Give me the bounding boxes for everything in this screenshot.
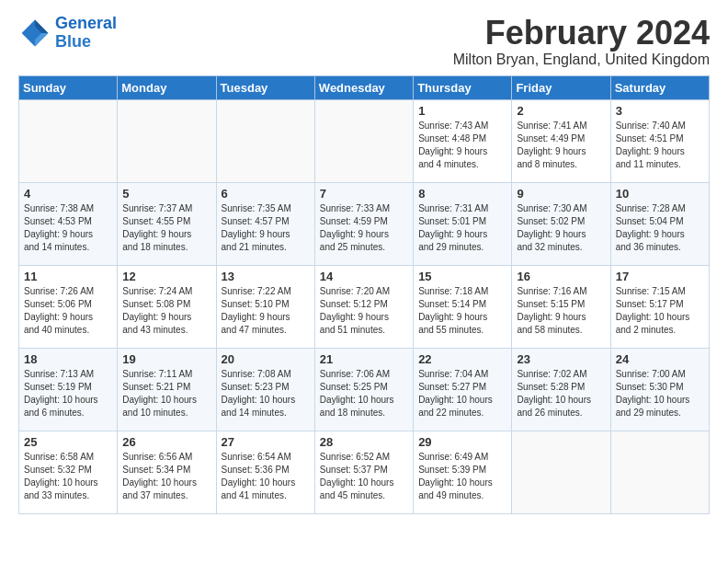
day-info: Sunrise: 7:04 AM Sunset: 5:27 PM Dayligh… bbox=[418, 368, 506, 419]
day-number: 29 bbox=[418, 435, 506, 449]
day-info: Sunrise: 6:54 AM Sunset: 5:36 PM Dayligh… bbox=[222, 451, 310, 502]
day-number: 3 bbox=[616, 104, 704, 118]
day-info: Sunrise: 7:40 AM Sunset: 4:51 PM Dayligh… bbox=[616, 120, 704, 171]
day-cell: 17Sunrise: 7:15 AM Sunset: 5:17 PM Dayli… bbox=[610, 265, 709, 348]
day-info: Sunrise: 7:20 AM Sunset: 5:12 PM Dayligh… bbox=[320, 285, 408, 337]
day-info: Sunrise: 7:33 AM Sunset: 4:59 PM Dayligh… bbox=[320, 202, 408, 254]
day-info: Sunrise: 7:02 AM Sunset: 5:28 PM Dayligh… bbox=[517, 368, 605, 419]
day-cell: 18Sunrise: 7:13 AM Sunset: 5:19 PM Dayli… bbox=[19, 348, 118, 431]
header-row: SundayMondayTuesdayWednesdayThursdayFrid… bbox=[19, 75, 710, 99]
header-cell-saturday: Saturday bbox=[610, 75, 709, 99]
day-cell: 23Sunrise: 7:02 AM Sunset: 5:28 PM Dayli… bbox=[512, 348, 610, 431]
month-title: February 2024 bbox=[453, 15, 710, 52]
day-number: 19 bbox=[122, 352, 210, 366]
day-info: Sunrise: 7:15 AM Sunset: 5:17 PM Dayligh… bbox=[616, 285, 704, 337]
calendar-header: SundayMondayTuesdayWednesdayThursdayFrid… bbox=[19, 75, 710, 99]
day-number: 24 bbox=[616, 352, 704, 366]
location-subtitle: Milton Bryan, England, United Kingdom bbox=[453, 52, 710, 68]
day-info: Sunrise: 7:08 AM Sunset: 5:23 PM Dayligh… bbox=[222, 368, 310, 419]
day-cell: 5Sunrise: 7:37 AM Sunset: 4:55 PM Daylig… bbox=[118, 182, 216, 265]
day-info: Sunrise: 7:38 AM Sunset: 4:53 PM Dayligh… bbox=[24, 202, 112, 254]
day-info: Sunrise: 7:24 AM Sunset: 5:08 PM Dayligh… bbox=[122, 285, 210, 337]
day-cell: 20Sunrise: 7:08 AM Sunset: 5:23 PM Dayli… bbox=[216, 348, 314, 431]
day-number: 21 bbox=[320, 352, 408, 366]
logo-line2: Blue bbox=[55, 33, 117, 52]
title-section: February 2024 Milton Bryan, England, Uni… bbox=[453, 15, 710, 68]
day-cell: 13Sunrise: 7:22 AM Sunset: 5:10 PM Dayli… bbox=[216, 265, 314, 348]
day-cell bbox=[512, 431, 610, 513]
day-cell: 27Sunrise: 6:54 AM Sunset: 5:36 PM Dayli… bbox=[216, 431, 314, 513]
day-number: 10 bbox=[616, 187, 704, 201]
week-row-4: 25Sunrise: 6:58 AM Sunset: 5:32 PM Dayli… bbox=[19, 431, 710, 513]
day-info: Sunrise: 7:37 AM Sunset: 4:55 PM Dayligh… bbox=[122, 202, 210, 254]
day-info: Sunrise: 7:16 AM Sunset: 5:15 PM Dayligh… bbox=[517, 285, 605, 337]
day-info: Sunrise: 7:28 AM Sunset: 5:04 PM Dayligh… bbox=[616, 202, 704, 254]
header-cell-friday: Friday bbox=[512, 75, 610, 99]
day-info: Sunrise: 7:41 AM Sunset: 4:49 PM Dayligh… bbox=[517, 120, 605, 171]
day-cell: 11Sunrise: 7:26 AM Sunset: 5:06 PM Dayli… bbox=[19, 265, 118, 348]
day-info: Sunrise: 6:58 AM Sunset: 5:32 PM Dayligh… bbox=[24, 451, 112, 502]
header-cell-thursday: Thursday bbox=[414, 75, 512, 99]
day-cell: 16Sunrise: 7:16 AM Sunset: 5:15 PM Dayli… bbox=[512, 265, 610, 348]
day-number: 9 bbox=[517, 187, 605, 201]
day-cell: 29Sunrise: 6:49 AM Sunset: 5:39 PM Dayli… bbox=[414, 431, 512, 513]
day-info: Sunrise: 6:49 AM Sunset: 5:39 PM Dayligh… bbox=[418, 451, 506, 502]
day-cell: 1Sunrise: 7:43 AM Sunset: 4:48 PM Daylig… bbox=[414, 99, 512, 182]
day-info: Sunrise: 7:26 AM Sunset: 5:06 PM Dayligh… bbox=[24, 285, 112, 337]
day-number: 16 bbox=[517, 270, 605, 283]
day-number: 28 bbox=[320, 435, 408, 449]
day-info: Sunrise: 7:31 AM Sunset: 5:01 PM Dayligh… bbox=[418, 202, 506, 254]
header-cell-wednesday: Wednesday bbox=[314, 75, 413, 99]
day-cell: 9Sunrise: 7:30 AM Sunset: 5:02 PM Daylig… bbox=[512, 182, 610, 265]
day-cell bbox=[610, 431, 709, 513]
day-info: Sunrise: 7:35 AM Sunset: 4:57 PM Dayligh… bbox=[222, 202, 310, 254]
day-number: 18 bbox=[24, 352, 112, 366]
day-cell bbox=[118, 99, 216, 182]
day-info: Sunrise: 7:18 AM Sunset: 5:14 PM Dayligh… bbox=[418, 285, 506, 337]
day-cell: 22Sunrise: 7:04 AM Sunset: 5:27 PM Dayli… bbox=[414, 348, 512, 431]
day-cell bbox=[19, 99, 118, 182]
day-info: Sunrise: 7:30 AM Sunset: 5:02 PM Dayligh… bbox=[517, 202, 605, 254]
day-number: 1 bbox=[418, 104, 506, 118]
day-number: 7 bbox=[320, 187, 408, 201]
day-number: 26 bbox=[122, 435, 210, 449]
day-number: 25 bbox=[24, 435, 112, 449]
calendar-table: SundayMondayTuesdayWednesdayThursdayFrid… bbox=[18, 75, 710, 514]
day-cell: 26Sunrise: 6:56 AM Sunset: 5:34 PM Dayli… bbox=[118, 431, 216, 513]
day-number: 4 bbox=[24, 187, 112, 201]
logo: General Blue bbox=[18, 15, 117, 52]
day-cell: 6Sunrise: 7:35 AM Sunset: 4:57 PM Daylig… bbox=[216, 182, 314, 265]
day-number: 15 bbox=[418, 270, 506, 283]
day-cell: 2Sunrise: 7:41 AM Sunset: 4:49 PM Daylig… bbox=[512, 99, 610, 182]
day-number: 12 bbox=[122, 270, 210, 283]
day-number: 27 bbox=[222, 435, 310, 449]
day-cell: 19Sunrise: 7:11 AM Sunset: 5:21 PM Dayli… bbox=[118, 348, 216, 431]
day-number: 5 bbox=[122, 187, 210, 201]
week-row-2: 11Sunrise: 7:26 AM Sunset: 5:06 PM Dayli… bbox=[19, 265, 710, 348]
day-number: 8 bbox=[418, 187, 506, 201]
day-cell: 24Sunrise: 7:00 AM Sunset: 5:30 PM Dayli… bbox=[610, 348, 709, 431]
page-header: General Blue February 2024 Milton Bryan,… bbox=[18, 15, 710, 68]
day-cell: 21Sunrise: 7:06 AM Sunset: 5:25 PM Dayli… bbox=[314, 348, 413, 431]
day-cell bbox=[314, 99, 413, 182]
header-cell-tuesday: Tuesday bbox=[216, 75, 314, 99]
day-cell: 25Sunrise: 6:58 AM Sunset: 5:32 PM Dayli… bbox=[19, 431, 118, 513]
day-number: 20 bbox=[222, 352, 310, 366]
day-info: Sunrise: 7:00 AM Sunset: 5:30 PM Dayligh… bbox=[616, 368, 704, 419]
day-info: Sunrise: 6:52 AM Sunset: 5:37 PM Dayligh… bbox=[320, 451, 408, 502]
day-cell: 14Sunrise: 7:20 AM Sunset: 5:12 PM Dayli… bbox=[314, 265, 413, 348]
day-number: 13 bbox=[222, 270, 310, 283]
day-cell: 8Sunrise: 7:31 AM Sunset: 5:01 PM Daylig… bbox=[414, 182, 512, 265]
day-info: Sunrise: 7:06 AM Sunset: 5:25 PM Dayligh… bbox=[320, 368, 408, 419]
day-number: 2 bbox=[517, 104, 605, 118]
day-number: 14 bbox=[320, 270, 408, 283]
day-number: 17 bbox=[616, 270, 704, 283]
day-cell: 3Sunrise: 7:40 AM Sunset: 4:51 PM Daylig… bbox=[610, 99, 709, 182]
day-info: Sunrise: 7:11 AM Sunset: 5:21 PM Dayligh… bbox=[122, 368, 210, 419]
day-number: 23 bbox=[517, 352, 605, 366]
day-info: Sunrise: 7:22 AM Sunset: 5:10 PM Dayligh… bbox=[222, 285, 310, 337]
day-cell: 28Sunrise: 6:52 AM Sunset: 5:37 PM Dayli… bbox=[314, 431, 413, 513]
day-cell: 12Sunrise: 7:24 AM Sunset: 5:08 PM Dayli… bbox=[118, 265, 216, 348]
day-info: Sunrise: 7:13 AM Sunset: 5:19 PM Dayligh… bbox=[24, 368, 112, 419]
day-cell: 7Sunrise: 7:33 AM Sunset: 4:59 PM Daylig… bbox=[314, 182, 413, 265]
